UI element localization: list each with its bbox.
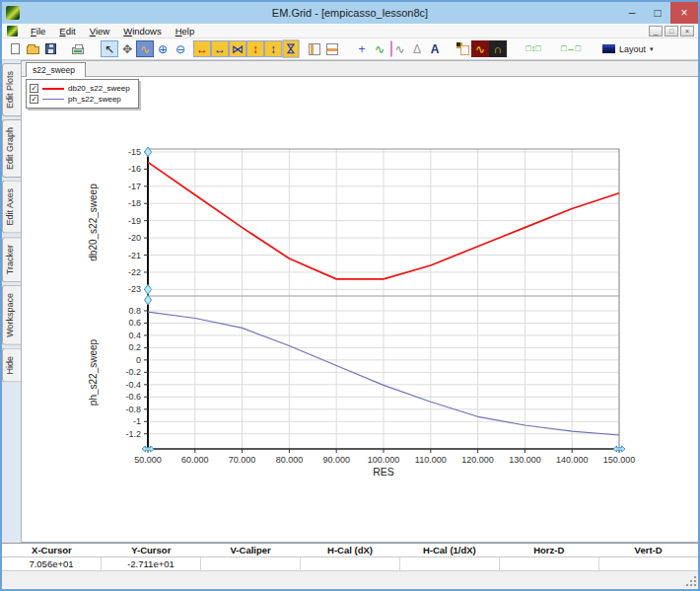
new-file-icon (11, 43, 20, 54)
close-button[interactable]: × (670, 2, 698, 24)
zoom-out-button[interactable]: ⊖ (172, 40, 189, 57)
menu-item-help[interactable]: Help (169, 25, 202, 37)
legend-checkbox[interactable]: ✓ (30, 84, 38, 93)
expand-y-axis-button[interactable]: ↕ (246, 40, 264, 57)
document-tab-bar: s22_sweep (22, 61, 698, 77)
legend-item[interactable]: ✓db20_s22_sweep (30, 83, 130, 94)
spread-x-axis-button[interactable]: ↔ (211, 40, 229, 57)
menu-item-view[interactable]: View (83, 25, 116, 37)
side-tab-edit-axes[interactable]: Edit Axes (2, 181, 21, 234)
zoom-in-button[interactable]: ⊕ (154, 40, 172, 57)
svg-text:80.000: 80.000 (276, 455, 304, 465)
layout-icon (602, 44, 615, 53)
expand-x-axis-icon: ↔ (196, 43, 208, 55)
spread-y-axis-button[interactable]: ↕ (264, 40, 282, 57)
save-button[interactable] (41, 40, 59, 57)
print-icon (72, 47, 84, 54)
caliper-curve-icon: ∿ (394, 43, 404, 55)
resize-grip[interactable] (685, 575, 697, 587)
side-tab-edit-plots[interactable]: Edit Plots (2, 63, 21, 116)
svg-text:-20: -20 (128, 233, 141, 243)
svg-text:120.000: 120.000 (461, 455, 494, 465)
minimize-button[interactable]: – (619, 2, 645, 24)
side-tab-tracker[interactable]: Tracker (2, 237, 21, 282)
svg-text:0.6: 0.6 (128, 318, 141, 328)
svg-text:150.000: 150.000 (603, 455, 636, 465)
dark-plot-style-button[interactable]: ∿ (471, 40, 489, 57)
svg-text:110.000: 110.000 (415, 455, 447, 465)
mdi-minimize-button[interactable]: _ (649, 26, 663, 37)
v-align-group-button[interactable]: □↕□ (519, 40, 548, 57)
bottom-axis-panel-button[interactable] (323, 40, 341, 57)
status-value-cell (201, 557, 301, 571)
document-logo-icon (7, 26, 18, 37)
compress-x-axis-button[interactable]: ⋈ (229, 40, 246, 57)
open-file-button[interactable] (24, 40, 41, 57)
menu-item-windows[interactable]: Windows (116, 25, 169, 37)
svg-text:db20_s22_sweep: db20_s22_sweep (88, 184, 99, 261)
new-file-button[interactable] (6, 40, 24, 57)
layout-menu-button[interactable]: Layout▾ (597, 40, 659, 57)
window-controls: – □ × (619, 2, 698, 24)
mdi-restore-button[interactable]: □ (665, 26, 678, 37)
status-value-cell (400, 557, 500, 571)
compress-y-axis-button[interactable]: ⋈ (283, 40, 300, 58)
mdi-close-button[interactable]: × (680, 26, 694, 37)
legend-checkbox[interactable]: ✓ (30, 95, 38, 104)
text-annotation-button[interactable]: A (426, 40, 444, 57)
caliper-curve-button[interactable]: ∿ (390, 40, 408, 57)
status-value-cell (599, 557, 698, 571)
svg-text:100.000: 100.000 (368, 455, 400, 465)
svg-text:-21: -21 (128, 251, 141, 260)
svg-text:0.8: 0.8 (128, 306, 141, 316)
menu-items: FileEditViewWindowsHelp (24, 25, 201, 37)
gauss-plot-style-button[interactable]: ∩ (489, 40, 507, 57)
side-tab-workspace[interactable]: Workspace (2, 285, 21, 345)
layout-label: Layout (619, 44, 646, 54)
side-tab-hide[interactable]: Hide (2, 348, 21, 383)
side-tab-strip: Edit PlotsEdit GraphEdit AxesTrackerWork… (2, 60, 21, 543)
svg-text:130.000: 130.000 (509, 455, 541, 465)
plot-mode-button[interactable]: ∿ (136, 40, 154, 57)
pointer-tool-button[interactable]: ↖ (101, 40, 118, 57)
expand-x-axis-button[interactable]: ↔ (193, 40, 211, 57)
svg-text:-0.8: -0.8 (125, 405, 141, 414)
plot-legend[interactable]: ✓db20_s22_sweep✓ph_s22_sweep (26, 79, 139, 109)
h-align-group-button[interactable]: □↔□ (556, 40, 586, 57)
chevron-down-icon: ▾ (650, 45, 654, 53)
menu-item-edit[interactable]: Edit (52, 25, 82, 37)
side-tab-edit-graph[interactable]: Edit Graph (2, 119, 21, 178)
print-button[interactable] (69, 40, 87, 57)
spread-y-axis-icon: ↕ (270, 43, 276, 55)
status-table-value-row: 7.056e+01-2.711e+01 (2, 557, 698, 571)
legend-item[interactable]: ✓ph_s22_sweep (30, 94, 130, 105)
delta-caliper-button[interactable]: Δ (408, 40, 426, 57)
legend-label: db20_s22_sweep (68, 84, 130, 93)
svg-text:90.000: 90.000 (322, 455, 350, 465)
tab-s22-sweep[interactable]: s22_sweep (26, 62, 86, 77)
toolbar: ↖✥∿⊕⊖↔↔⋈↕↕⋈+∿∿ΔA∿∩□↕□□↔□Layout▾ (2, 38, 698, 60)
plot-canvas[interactable]: -15-16-17-18-19-20-21-22-230.80.60.40.20… (22, 77, 698, 543)
window-title: EM.Grid - [empicasso_lesson8c] (2, 7, 698, 19)
svg-text:0.4: 0.4 (128, 331, 141, 340)
legend-line-sample (42, 88, 64, 90)
menu-item-file[interactable]: File (24, 25, 52, 37)
text-annotation-icon: A (431, 43, 440, 55)
tracker-curve-button[interactable]: ∿ (371, 40, 388, 57)
inset-plot-button[interactable] (454, 40, 471, 57)
maximize-button[interactable]: □ (645, 2, 670, 24)
compress-y-axis-icon: ⋈ (285, 43, 297, 55)
svg-text:50.000: 50.000 (134, 455, 162, 465)
v-align-group-icon: □↕□ (525, 44, 540, 53)
svg-text:-23: -23 (128, 284, 141, 294)
content-area: Edit PlotsEdit GraphEdit AxesTrackerWork… (2, 60, 698, 543)
pan-tool-button[interactable]: ✥ (118, 40, 136, 57)
svg-text:-17: -17 (128, 182, 141, 191)
cross-cursor-icon: + (358, 43, 365, 55)
left-axis-panel-button[interactable] (306, 40, 323, 57)
svg-text:-16: -16 (128, 164, 141, 174)
cross-cursor-button[interactable]: + (353, 40, 371, 57)
svg-text:140.000: 140.000 (556, 455, 589, 465)
expand-y-axis-icon: ↕ (252, 43, 258, 55)
svg-text:60.000: 60.000 (181, 455, 209, 465)
